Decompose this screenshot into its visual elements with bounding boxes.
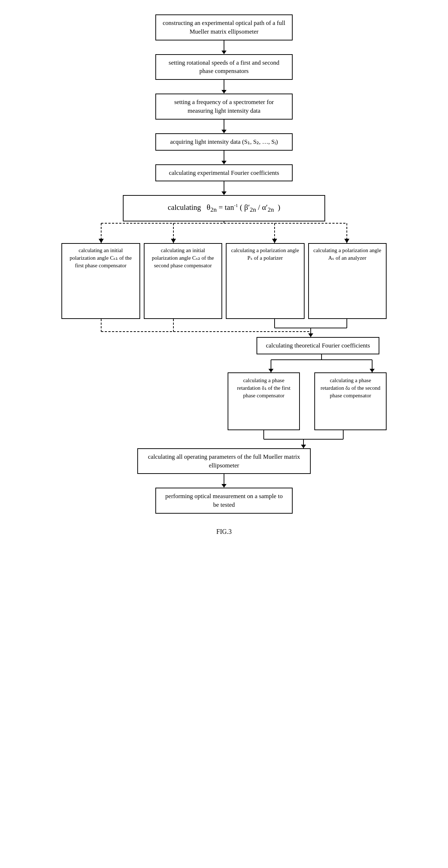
final-text: performing optical measurement on a samp… (165, 493, 283, 508)
phase2-box: calculating a phase retardation δ₂ of th… (314, 372, 387, 430)
step4-text: acquiring light intensity data (S₁, S₂, … (170, 138, 278, 145)
step3-text: setting a frequency of a spectrometer fo… (174, 99, 274, 114)
branch4-box: calculating a polarization angle Aₛ of a… (308, 243, 387, 319)
theoretical-text: calculating theoretical Fourier coeffici… (266, 342, 370, 349)
arrow4 (221, 151, 227, 164)
branch2-text: calculating an initial polarization angl… (152, 247, 214, 268)
svg-marker-21 (268, 369, 273, 372)
step6-label: calculating θ2n = tan-1 ( β′2n / α′2n ) (168, 203, 280, 212)
theoretical-area: calculating theoretical Fourier coeffici… (61, 337, 387, 354)
merge-arrows (61, 430, 387, 448)
split-branch-arrows (61, 354, 387, 372)
arrow3 (221, 120, 227, 133)
branch1-text: calculating an initial polarization angl… (70, 247, 132, 268)
arrow1 (221, 40, 227, 54)
phase-boxes-row: calculating a phase retardation δ₁ of th… (61, 372, 387, 430)
svg-marker-6 (99, 239, 104, 243)
theoretical-box: calculating theoretical Fourier coeffici… (257, 337, 379, 354)
svg-marker-23 (370, 369, 375, 372)
final-box: performing optical measurement on a samp… (155, 488, 293, 514)
svg-marker-7 (171, 239, 176, 243)
step1-box: constructing an experimental optical pat… (155, 14, 293, 40)
phase1-box: calculating a phase retardation δ₁ of th… (228, 372, 300, 430)
phase2-text: calculating a phase retardation δ₂ of th… (320, 377, 380, 398)
phase1-text: calculating a phase retardation δ₁ of th… (237, 377, 290, 398)
branch1-box: calculating an initial polarization angl… (61, 243, 140, 319)
step6-box: calculating θ2n = tan-1 ( β′2n / α′2n ) (123, 195, 325, 221)
svg-marker-8 (272, 239, 277, 243)
figure-label: FIG.3 (216, 528, 232, 536)
step3-box: setting a frequency of a spectrometer fo… (155, 94, 293, 120)
branch3-box: calculating a polarization angle Pₛ of a… (226, 243, 305, 319)
theta-branch-arrows (61, 221, 387, 243)
branch3-text: calculating a polarization angle Pₛ of a… (231, 247, 299, 261)
arrow5 (221, 181, 227, 195)
svg-marker-28 (301, 445, 306, 448)
svg-marker-14 (308, 333, 313, 337)
flowchart: constructing an experimental optical pat… (61, 14, 387, 514)
arrow-final (221, 474, 227, 488)
step2-text: setting rotational speeds of a first and… (169, 59, 279, 75)
step5-text: calculating experimental Fourier coeffic… (169, 169, 279, 176)
step5-area: calculating experimental Fourier coeffic… (61, 164, 387, 182)
branch2-box: calculating an initial polarization angl… (144, 243, 223, 319)
bottom-connector (61, 319, 387, 337)
svg-marker-9 (344, 239, 349, 243)
step1-text: constructing an experimental optical pat… (163, 20, 285, 35)
step2-box: setting rotational speeds of a first and… (155, 54, 293, 80)
operating-area: calculating all operating parameters of … (61, 448, 387, 474)
branch4-text: calculating a polarization angle Aₛ of a… (313, 247, 381, 261)
step4-box: acquiring light intensity data (S₁, S₂, … (155, 133, 293, 151)
step5-box: calculating experimental Fourier coeffic… (155, 164, 293, 182)
operating-text: calculating all operating parameters of … (148, 453, 300, 469)
four-branch-boxes: calculating an initial polarization angl… (61, 243, 387, 319)
arrow2 (221, 80, 227, 94)
operating-box: calculating all operating parameters of … (137, 448, 311, 474)
